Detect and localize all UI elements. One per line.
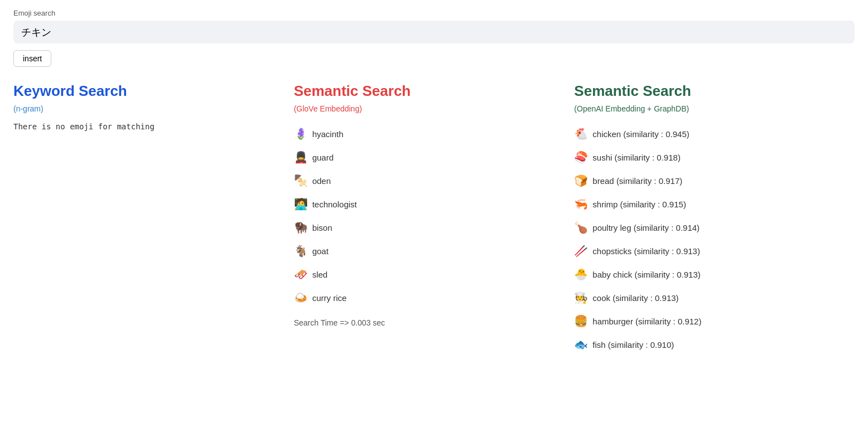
keyword-subtitle: (n-gram) (13, 104, 283, 113)
openai-title: Semantic Search (574, 83, 843, 100)
list-item: 🍞bread (similarity : 0.917) (574, 169, 843, 192)
list-item: 🍣sushi (similarity : 0.918) (574, 145, 843, 169)
emoji-icon: 🐔 (574, 127, 588, 140)
emoji-icon: 🐟 (574, 338, 588, 351)
keyword-title: Keyword Search (13, 83, 283, 100)
item-label: bison (312, 223, 332, 232)
glove-subtitle: (GloVe Embedding) (294, 104, 563, 113)
list-item: 🍛curry rice (294, 286, 563, 309)
item-label: shrimp (similarity : 0.915) (592, 200, 686, 209)
list-item: 🐣baby chick (similarity : 0.913) (574, 263, 843, 286)
emoji-icon: 🧑‍💻 (294, 197, 308, 211)
item-label: curry rice (312, 293, 347, 303)
emoji-icon: 🍔 (574, 314, 588, 328)
list-item: 🐔chicken (similarity : 0.945) (574, 122, 843, 145)
emoji-icon: 💂 (294, 151, 308, 164)
glove-title: Semantic Search (294, 83, 563, 100)
item-label: technologist (312, 200, 357, 209)
emoji-icon: 🪻 (294, 127, 308, 140)
emoji-icon: 🍛 (294, 291, 308, 304)
glove-column: Semantic Search (GloVe Embedding) 🪻hyaci… (294, 83, 575, 356)
emoji-icon: 🥢 (574, 244, 588, 258)
list-item: 🍢oden (294, 169, 563, 192)
list-item: 🍗poultry leg (similarity : 0.914) (574, 216, 843, 239)
openai-result-list: 🐔chicken (similarity : 0.945)🍣sushi (sim… (574, 122, 843, 356)
emoji-icon: 🍣 (574, 151, 588, 164)
glove-result-list: 🪻hyacinth💂guard🍢oden🧑‍💻technologist🦬biso… (294, 122, 563, 309)
list-item: 🥢chopsticks (similarity : 0.913) (574, 239, 843, 263)
list-item: 🧑‍💻technologist (294, 192, 563, 216)
list-item: 🐟fish (similarity : 0.910) (574, 333, 843, 356)
item-label: baby chick (similarity : 0.913) (592, 270, 700, 279)
item-label: goat (312, 246, 329, 256)
item-label: bread (similarity : 0.917) (592, 176, 682, 186)
item-label: chicken (similarity : 0.945) (592, 129, 689, 139)
emoji-icon: 🧑‍🍳 (574, 291, 588, 304)
item-label: chopsticks (similarity : 0.913) (592, 246, 700, 256)
list-item: 🧑‍🍳cook (similarity : 0.913) (574, 286, 843, 309)
emoji-icon: 🦬 (294, 221, 308, 234)
emoji-search-input[interactable] (13, 21, 855, 43)
openai-subtitle: (OpenAI Embedding + GraphDB) (574, 104, 843, 113)
item-label: fish (similarity : 0.910) (592, 340, 674, 350)
item-label: sled (312, 270, 328, 279)
emoji-icon: 🍞 (574, 174, 588, 187)
item-label: sushi (similarity : 0.918) (592, 153, 681, 162)
item-label: cook (similarity : 0.913) (592, 293, 678, 303)
emoji-search-label: Emoji search (13, 9, 855, 17)
list-item: 🍔hamburger (similarity : 0.912) (574, 309, 843, 333)
emoji-icon: 🍢 (294, 174, 308, 187)
openai-column: Semantic Search (OpenAI Embedding + Grap… (574, 83, 855, 356)
keyword-column: Keyword Search (n-gram) There is no emoj… (13, 83, 294, 356)
emoji-icon: 🐐 (294, 244, 308, 258)
list-item: 🛷sled (294, 263, 563, 286)
item-label: hamburger (similarity : 0.912) (592, 317, 701, 326)
item-label: guard (312, 153, 334, 162)
item-label: oden (312, 176, 331, 186)
insert-button[interactable]: insert (13, 50, 51, 67)
emoji-icon: 🦐 (574, 197, 588, 211)
item-label: poultry leg (similarity : 0.914) (592, 223, 700, 232)
list-item: 🐐goat (294, 239, 563, 263)
list-item: 🪻hyacinth (294, 122, 563, 145)
glove-search-time: Search Time => 0.003 sec (294, 318, 563, 327)
emoji-icon: 🐣 (574, 268, 588, 281)
list-item: 💂guard (294, 145, 563, 169)
list-item: 🦐shrimp (similarity : 0.915) (574, 192, 843, 216)
keyword-no-result: There is no emoji for matching (13, 122, 283, 131)
item-label: hyacinth (312, 129, 344, 139)
list-item: 🦬bison (294, 216, 563, 239)
emoji-icon: 🛷 (294, 268, 308, 281)
emoji-icon: 🍗 (574, 221, 588, 234)
